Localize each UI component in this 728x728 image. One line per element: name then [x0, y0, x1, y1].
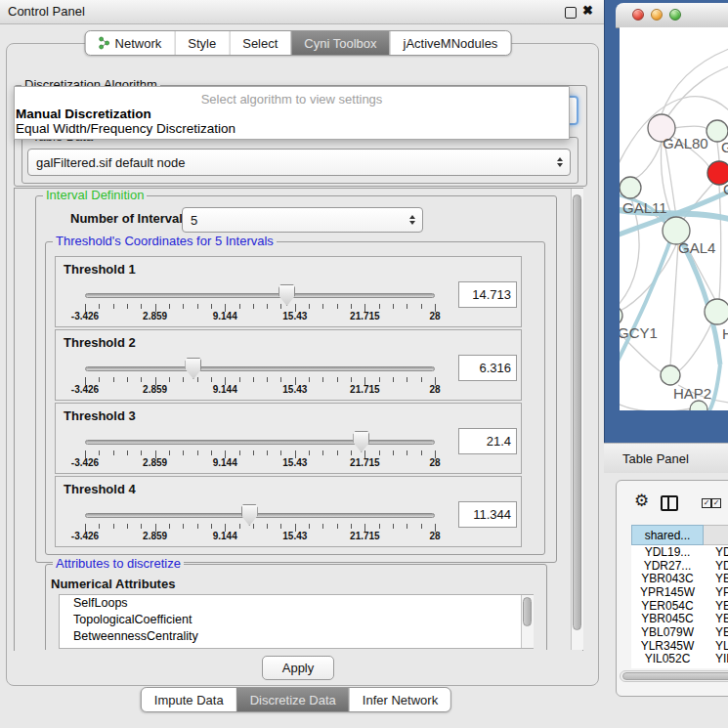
- cell-shared-name[interactable]: YPR145W: [631, 585, 704, 599]
- tab-infer-network[interactable]: Infer Network: [349, 688, 450, 711]
- slider-tick: [379, 377, 380, 382]
- cell-shared-name[interactable]: YBL079W: [631, 625, 704, 639]
- cell-name[interactable]: YIL0...: [704, 652, 728, 665]
- slider-thumb[interactable]: [353, 431, 369, 452]
- table-row[interactable]: YDR27...YDR2...: [631, 559, 728, 573]
- close-icon[interactable]: ✖: [582, 3, 593, 18]
- table-row[interactable]: YDL19...YDL1...: [631, 545, 728, 559]
- slider-tick: [183, 377, 184, 382]
- column-header-name[interactable]: na...: [704, 525, 728, 545]
- slider-track[interactable]: [85, 513, 435, 518]
- split-column-icon[interactable]: [661, 495, 678, 511]
- tab-impute-data[interactable]: Impute Data: [142, 688, 236, 711]
- threshold-value-field[interactable]: 6.316: [458, 355, 517, 381]
- slider-tick: [239, 524, 240, 529]
- slider-tick-label: 28: [429, 531, 440, 541]
- table-row[interactable]: YIL052CYIL0...: [631, 653, 728, 666]
- tab-style[interactable]: Style: [174, 31, 229, 55]
- cell-name[interactable]: YDL1...: [704, 545, 728, 559]
- cell-name[interactable]: YBR0...: [704, 572, 728, 585]
- minimize-traffic-light-icon[interactable]: [651, 9, 663, 21]
- table-row[interactable]: YBR043CYBR0...: [631, 572, 728, 585]
- cell-name[interactable]: YBR0...: [704, 612, 728, 625]
- slider-tick: [211, 450, 212, 455]
- network-node-label: GAL4: [678, 239, 715, 256]
- cell-shared-name[interactable]: YIL052C: [631, 652, 704, 665]
- network-canvas[interactable]: GAL80GCGAL11GAL4GCY1HHAP2: [620, 27, 728, 410]
- numerical-attributes-list[interactable]: SelfLoopsTopologicalCoefficientBetweenne…: [59, 594, 534, 649]
- zoom-traffic-light-icon[interactable]: [669, 9, 681, 21]
- slider-tick: [337, 450, 338, 455]
- slider-tick: [211, 524, 212, 529]
- cell-name[interactable]: YLR3...: [704, 639, 728, 653]
- attribute-item-selfloops[interactable]: SelfLoops: [60, 595, 533, 612]
- scrollbar-thumb[interactable]: [573, 194, 581, 630]
- settings-gear-icon[interactable]: ⚙: [634, 492, 649, 509]
- threshold-value-field[interactable]: 21.4: [458, 428, 517, 454]
- slider-track[interactable]: [85, 293, 435, 298]
- table-row[interactable]: YER054CYER0...: [631, 599, 728, 613]
- popup-item-equal-width-frequency-discretization[interactable]: Equal Width/Frequency Discretization: [16, 121, 564, 136]
- cell-shared-name[interactable]: YBR045C: [631, 612, 704, 625]
- network-icon: [99, 36, 110, 50]
- popup-item-manual-discretization[interactable]: Manual Discretization: [16, 107, 564, 121]
- tab-cyni-toolbox[interactable]: Cyni Toolbox: [290, 31, 389, 55]
- table-panel-title: Table Panel: [622, 451, 689, 466]
- slider-tick: [337, 304, 338, 309]
- cell-name[interactable]: YER0...: [704, 599, 728, 613]
- checkbox-checked-icon[interactable]: ✓: [702, 498, 711, 508]
- table-row[interactable]: YLR345WYLR3...: [631, 639, 728, 653]
- threshold-value-field[interactable]: 14.713: [458, 281, 517, 308]
- slider-thumb[interactable]: [185, 358, 201, 379]
- slider-tick: [267, 304, 268, 309]
- table-row[interactable]: YPR145WYPR1...: [631, 585, 728, 599]
- settings-vertical-scrollbar[interactable]: [571, 189, 583, 650]
- number-of-intervals-combobox[interactable]: 5: [182, 207, 423, 233]
- table-row[interactable]: YBL079WYBL0...: [631, 625, 728, 639]
- slider-thumb[interactable]: [241, 504, 258, 526]
- slider-thumb[interactable]: [278, 284, 295, 306]
- scrollbar-thumb[interactable]: [622, 672, 728, 680]
- network-node-node-partial[interactable]: [690, 401, 707, 410]
- close-traffic-light-icon[interactable]: [632, 9, 644, 21]
- slider-tick-label: 21.715: [350, 457, 380, 468]
- attributes-list-scrollbar[interactable]: [521, 595, 534, 648]
- cell-shared-name[interactable]: YLR345W: [631, 639, 704, 653]
- slider-tick: [280, 304, 281, 309]
- network-node-h[interactable]: [705, 299, 728, 324]
- tab-select[interactable]: Select: [229, 31, 290, 55]
- combo-stepper-icon: [409, 215, 415, 225]
- slider-track[interactable]: [85, 366, 435, 371]
- network-node-hap2[interactable]: [661, 365, 680, 385]
- slider-tick: [113, 450, 114, 455]
- tab-network[interactable]: Network: [86, 31, 175, 55]
- scrollbar-thumb[interactable]: [523, 597, 532, 626]
- threshold-value-field[interactable]: 11.344: [458, 501, 517, 528]
- slider-track[interactable]: [85, 440, 435, 445]
- checkbox-checked-icon[interactable]: ✓: [711, 498, 721, 508]
- table-data-combobox[interactable]: galFiltered.sif default node: [27, 149, 571, 176]
- slider-tick-label: 21.715: [350, 384, 380, 395]
- apply-button[interactable]: Apply: [262, 656, 334, 680]
- network-node-gal11[interactable]: [620, 177, 641, 198]
- cell-shared-name[interactable]: YDL19...: [631, 545, 704, 559]
- slider-tick: [322, 524, 323, 529]
- tab-jactivemnodules[interactable]: jActiveMNodules: [390, 31, 511, 55]
- column-header-shared-name[interactable]: shared...: [631, 525, 704, 545]
- cell-name[interactable]: YDR2...: [704, 559, 728, 573]
- table-horizontal-scrollbar[interactable]: [620, 670, 728, 682]
- attribute-item-betweennesscentrality[interactable]: BetweennessCentrality: [60, 628, 533, 645]
- float-window-icon[interactable]: [565, 7, 577, 19]
- cell-shared-name[interactable]: YER054C: [631, 599, 704, 613]
- network-node-gcy1[interactable]: [620, 306, 622, 325]
- cell-name[interactable]: YBL0...: [704, 625, 728, 639]
- cell-shared-name[interactable]: YBR043C: [631, 572, 704, 585]
- tab-discretize-data[interactable]: Discretize Data: [236, 688, 349, 711]
- attribute-item-topologicalcoefficient[interactable]: TopologicalCoefficient: [60, 612, 533, 628]
- cell-name[interactable]: YPR1...: [704, 585, 728, 599]
- slider-tick-label: 21.715: [350, 311, 380, 321]
- network-node-label: GCY1: [620, 324, 658, 341]
- attributes-group-title: Attributes to discretize: [53, 557, 184, 571]
- table-row[interactable]: YBR045CYBR0...: [631, 612, 728, 625]
- cell-shared-name[interactable]: YDR27...: [631, 559, 704, 573]
